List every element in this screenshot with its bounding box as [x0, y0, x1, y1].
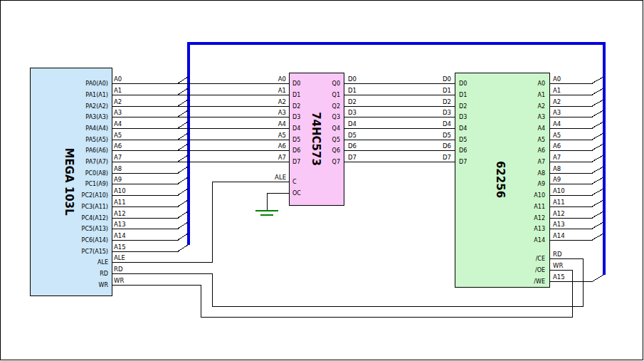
net-label-sram-A11: A11 — [553, 199, 565, 206]
net-label-sram-A14: A14 — [553, 232, 565, 239]
bus-entry-sram-A13 — [592, 222, 603, 229]
net-label-A6: A6 — [114, 142, 122, 150]
pin-sram-D1: D1 — [459, 92, 467, 98]
mcu-title: MEGA 103L — [63, 147, 75, 216]
pin-sram-A8: A8 — [537, 170, 545, 177]
net-label-WR-sram: WR — [553, 262, 563, 269]
net-label-sram-A6: A6 — [553, 142, 561, 150]
pin-mcu-PA7(A7): PA7(A7) — [85, 159, 108, 165]
pin-sram-D0: D0 — [459, 80, 467, 87]
net-label-D7: D7 — [348, 154, 357, 161]
pin-latch-Q5: Q5 — [332, 137, 340, 143]
pin-sram-D2: D2 — [459, 103, 467, 110]
net-label-A11: A11 — [114, 199, 126, 206]
pin-sram-A7: A7 — [537, 159, 545, 165]
net-label-WR: WR — [114, 277, 124, 284]
bus-entry-sram-A14 — [592, 234, 603, 240]
net-label-sram-A0: A0 — [553, 75, 561, 83]
net-label-D5: D5 — [348, 132, 357, 139]
net-label-A2-latch: A2 — [278, 98, 286, 105]
pin-latch-Q7: Q7 — [332, 159, 340, 165]
net-label-sram-A1: A1 — [553, 87, 561, 94]
pin-sram-D5: D5 — [459, 137, 467, 143]
net-label-A7-latch: A7 — [278, 154, 286, 161]
pin-mcu-PC1(A9): PC1(A9) — [85, 181, 108, 187]
pin-sram-A14: A14 — [534, 237, 545, 244]
bus-entry-A3 — [178, 110, 188, 117]
net-label-sram-A10: A10 — [553, 187, 565, 194]
pin-mcu-PC2(A10): PC2(A10) — [82, 192, 108, 199]
pin-latch-D1: D1 — [292, 92, 300, 98]
pin-mcu-PA2(A2): PA2(A2) — [85, 103, 108, 110]
bus-entry-sram-A8 — [592, 167, 603, 173]
pin-mcu-PA6(A6): PA6(A6) — [85, 147, 108, 154]
pin-latch-Q0: Q0 — [332, 80, 340, 87]
bus-entry-A12 — [178, 211, 188, 218]
pin-latch-Q3: Q3 — [332, 114, 340, 120]
net-label-A10: A10 — [114, 187, 126, 194]
bus-entry-sram-A0 — [592, 77, 603, 83]
pin-mcu-PC7(A15): PC7(A15) — [82, 248, 108, 255]
pin-mcu-PA3(A3): PA3(A3) — [85, 114, 108, 120]
pin-sram-A13: A13 — [534, 226, 545, 232]
latch-title: 74HC573 — [310, 112, 322, 166]
wire-ALE — [112, 182, 289, 262]
net-label-A9: A9 — [114, 176, 122, 183]
pin-sram-A4: A4 — [537, 125, 545, 132]
pin-sram-A10: A10 — [534, 192, 545, 199]
bus-entry-A2 — [178, 100, 188, 106]
bus-entry-A1 — [178, 88, 188, 95]
pin-latch-D2: D2 — [292, 103, 300, 110]
pin-latch-Q1: Q1 — [332, 92, 340, 98]
net-label-sram-A12: A12 — [553, 210, 565, 217]
pin-mcu-PC3(A11): PC3(A11) — [82, 204, 108, 210]
net-label-A14: A14 — [114, 232, 126, 239]
bus-entry-sram-A3 — [592, 110, 603, 117]
pin-latch-Q6: Q6 — [332, 147, 340, 154]
pin-mcu-ALE: ALE — [97, 259, 108, 266]
net-label-RD-sram: RD — [553, 251, 562, 258]
pin-latch-D4: D4 — [292, 125, 300, 132]
net-label-A6-latch: A6 — [278, 142, 286, 150]
net-label-A5-latch: A5 — [278, 132, 286, 139]
pin-mcu-RD: RD — [100, 271, 108, 277]
net-label-D3: D3 — [348, 109, 357, 116]
bus-entry-sram-A1 — [592, 88, 603, 95]
net-label-D4-sram: D4 — [443, 120, 451, 127]
pin-sram-A1: A1 — [537, 92, 545, 98]
net-label-A1: A1 — [114, 87, 122, 94]
pin-mcu-PA1(A1): PA1(A1) — [85, 92, 108, 98]
net-label-A1-latch: A1 — [278, 87, 286, 94]
bus-entry-sram-A2 — [592, 100, 603, 106]
net-label-D5-sram: D5 — [443, 132, 451, 139]
net-label-D3-sram: D3 — [443, 109, 451, 116]
net-label-D2-sram: D2 — [443, 98, 451, 105]
net-label-sram-A9: A9 — [553, 176, 561, 183]
bus-entry-A8 — [178, 167, 188, 173]
pin-mcu-PC6(A14): PC6(A14) — [82, 237, 108, 244]
net-label-sram-A15: A15 — [553, 273, 565, 281]
pin-latch-C: C — [292, 179, 297, 185]
bus-entry-A10 — [178, 189, 188, 195]
net-label-A15: A15 — [114, 244, 126, 251]
pin-sram-A0: A0 — [537, 80, 545, 87]
pin-mcu-PC0(A8): PC0(A8) — [85, 170, 108, 177]
pin-sram-/WE: /WE — [534, 278, 545, 285]
bus-entry-sram-A10 — [592, 189, 603, 195]
pin-sram-A6: A6 — [537, 147, 545, 154]
sram-title: 62256 — [494, 161, 507, 198]
pin-latch-Q4: Q4 — [332, 125, 340, 132]
pin-sram-/OE: /OE — [535, 267, 545, 273]
net-label-D2: D2 — [348, 98, 357, 105]
net-label-A12: A12 — [114, 210, 126, 217]
net-label-sram-A13: A13 — [553, 221, 565, 228]
net-label-ALE: ALE — [114, 254, 125, 261]
net-label-D0-sram: D0 — [443, 75, 451, 83]
net-label-D0: D0 — [348, 75, 357, 83]
schematic-canvas: MEGA 103L 74HC573 62256 A0A0A1A1A2A2A3A3… — [0, 0, 644, 361]
pin-sram-A3: A3 — [537, 114, 545, 120]
net-label-A4: A4 — [114, 120, 122, 127]
net-label-RD: RD — [114, 266, 123, 273]
bus-entry-sram-A7 — [592, 155, 603, 162]
net-label-sram-A5: A5 — [553, 132, 561, 139]
